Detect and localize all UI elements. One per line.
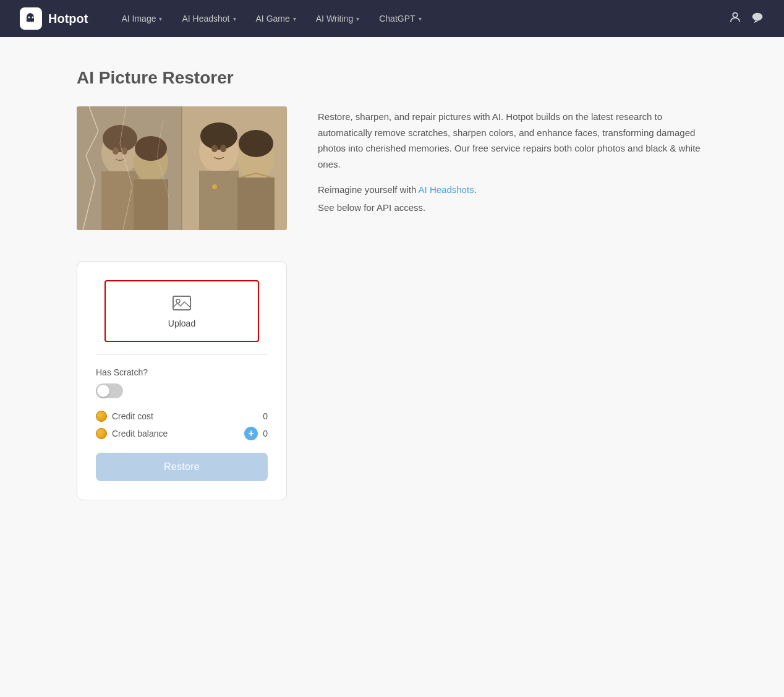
svg-point-1 xyxy=(32,17,34,19)
nav-user-icons xyxy=(728,11,764,27)
toggle-thumb xyxy=(97,385,109,397)
nav-item-ai-headshot[interactable]: AI Headshot ▾ xyxy=(173,9,244,28)
page-title: AI Picture Restorer xyxy=(77,68,707,88)
credit-cost-value: 0 xyxy=(263,411,268,421)
scratch-label: Has Scratch? xyxy=(96,367,268,377)
tool-panel: Upload Has Scratch? Credit cost 0 C xyxy=(77,261,287,500)
nav-item-ai-game[interactable]: AI Game ▾ xyxy=(247,9,305,28)
user-icon[interactable] xyxy=(728,11,742,27)
image-upload-icon xyxy=(172,294,192,314)
chevron-down-icon: ▾ xyxy=(293,15,296,22)
credit-balance-value: 0 xyxy=(263,429,268,438)
chevron-down-icon: ▾ xyxy=(356,15,359,22)
chevron-down-icon: ▾ xyxy=(159,15,162,22)
credit-cost-label: Credit cost xyxy=(112,411,153,421)
logo-icon xyxy=(20,7,42,30)
svg-point-3 xyxy=(752,12,763,20)
divider xyxy=(96,354,268,355)
restore-button[interactable]: Restore xyxy=(96,453,268,481)
ai-headshots-link[interactable]: AI Headshots xyxy=(419,184,474,195)
credit-balance-row: Credit balance + 0 xyxy=(96,427,268,440)
upload-label: Upload xyxy=(168,319,195,328)
nav-item-ai-writing[interactable]: AI Writing ▾ xyxy=(307,9,368,28)
hero-section: Restore, sharpen, and repair pictures wi… xyxy=(77,106,707,230)
scratch-section: Has Scratch? xyxy=(96,367,268,398)
hero-image xyxy=(77,106,287,230)
credits-section: Credit cost 0 Credit balance + 0 xyxy=(96,411,268,440)
link-suffix: . xyxy=(474,184,477,195)
svg-point-2 xyxy=(733,12,737,17)
hero-link-line: Reimagine yourself with AI Headshots. xyxy=(318,184,707,195)
upload-area[interactable]: Upload xyxy=(104,280,259,342)
svg-rect-27 xyxy=(173,296,190,310)
credit-balance-label: Credit balance xyxy=(112,429,168,438)
add-credit-button[interactable]: + xyxy=(244,427,258,440)
api-line: See below for API access. xyxy=(318,202,707,213)
logo-text: Hotpot xyxy=(48,12,88,26)
nav-menu: AI Image ▾ AI Headshot ▾ AI Game ▾ AI Wr… xyxy=(113,9,728,28)
chat-icon[interactable] xyxy=(751,11,764,27)
hero-description-area: Restore, sharpen, and repair pictures wi… xyxy=(318,106,707,213)
svg-point-28 xyxy=(176,299,180,303)
logo[interactable]: Hotpot xyxy=(20,7,88,30)
navbar: Hotpot AI Image ▾ AI Headshot ▾ AI Game … xyxy=(0,0,784,37)
coin-icon xyxy=(96,411,107,422)
svg-point-0 xyxy=(28,17,30,19)
hero-description: Restore, sharpen, and repair pictures wi… xyxy=(318,109,707,172)
scratch-toggle[interactable] xyxy=(96,383,123,398)
link-prefix: Reimagine yourself with xyxy=(318,184,419,195)
chevron-down-icon: ▾ xyxy=(419,15,422,22)
nav-item-chatgpt[interactable]: ChatGPT ▾ xyxy=(370,9,430,28)
coin-icon-balance xyxy=(96,428,107,439)
main-content: AI Picture Restorer xyxy=(52,37,732,531)
chevron-down-icon: ▾ xyxy=(233,15,236,22)
nav-item-ai-image[interactable]: AI Image ▾ xyxy=(113,9,171,28)
svg-rect-25 xyxy=(182,106,287,230)
credit-cost-row: Credit cost 0 xyxy=(96,411,268,422)
svg-rect-14 xyxy=(77,106,182,230)
